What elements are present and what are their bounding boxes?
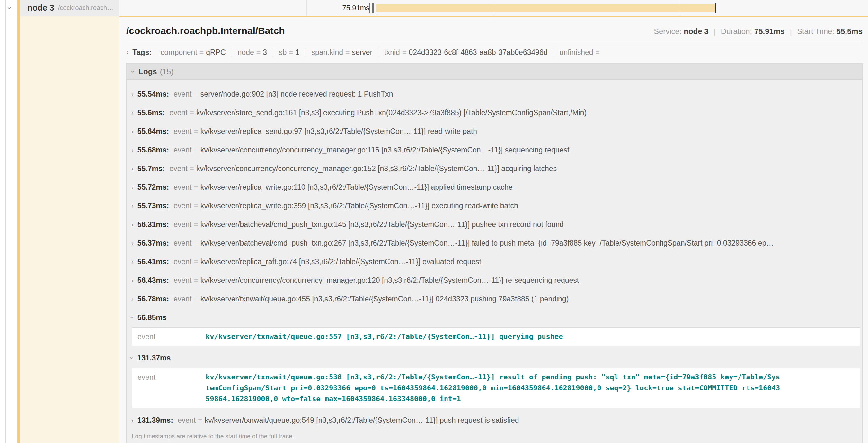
log-timestamp: 56.43ms: xyxy=(137,276,169,285)
log-value: server/node.go:902 [n3] node received re… xyxy=(200,90,393,99)
span-timeline[interactable]: 75.91ms xyxy=(119,0,868,16)
chevron-right-icon: › xyxy=(131,417,134,424)
chevron-right-icon: › xyxy=(131,165,134,172)
log-row-expanded-header[interactable]: › 131.37ms xyxy=(127,349,862,367)
collapse-chevron-icon[interactable]: › xyxy=(6,7,13,9)
log-row[interactable]: › 56.78ms: event = kv/kvserver/txnwait/q… xyxy=(127,289,862,308)
log-value: kv/kvserver/txnwait/queue.go:455 [n3,s3,… xyxy=(200,295,569,303)
log-row[interactable]: › 55.64ms: event = kv/kvserver/replica_s… xyxy=(127,122,862,141)
chevron-right-icon: › xyxy=(131,258,134,265)
log-row[interactable]: › 55.68ms: event = kv/kvserver/concurren… xyxy=(127,141,862,159)
log-event-box: event kv/kvserver/txnwait/queue.go:538 [… xyxy=(132,368,860,408)
tags-label: Tags: xyxy=(132,48,152,57)
equals-sign: = xyxy=(194,127,198,136)
span-service-name: node 3 xyxy=(27,3,54,13)
duration-label: Duration: xyxy=(721,27,752,36)
log-row[interactable]: › 55.54ms: event = server/node.go:902 [n… xyxy=(127,85,862,103)
log-field: event xyxy=(169,108,187,117)
title-divider xyxy=(126,42,863,42)
equals-sign: = xyxy=(194,220,198,229)
chevron-right-icon: › xyxy=(131,295,134,302)
log-field: event xyxy=(174,258,191,266)
logs-footer-note: Log timestamps are relative to the start… xyxy=(127,430,862,443)
log-timestamp: 55.68ms: xyxy=(137,146,169,155)
page-title: /cockroach.roachpb.Internal/Batch xyxy=(126,25,285,37)
log-value: kv/kvserver/replica_write.go:110 [n3,s3,… xyxy=(200,183,513,192)
logs-count: (15) xyxy=(160,67,174,76)
log-row[interactable]: › 56.37ms: event = kv/kvserver/batcheval… xyxy=(127,234,862,252)
log-value: kv/kvserver/concurrency/concurrency_mana… xyxy=(200,146,569,155)
log-row[interactable]: › 56.43ms: event = kv/kvserver/concurren… xyxy=(127,271,862,289)
detail-header: /cockroach.roachpb.Internal/Batch Servic… xyxy=(126,25,863,37)
log-value: kv/kvserver/replica_write.go:359 [n3,s3,… xyxy=(200,202,518,210)
equals-sign: = xyxy=(194,202,198,210)
log-timestamp: 55.6ms: xyxy=(137,108,165,117)
equals-sign: = xyxy=(198,416,202,425)
log-timestamp: 55.7ms: xyxy=(137,164,165,173)
logs-accordion-header[interactable]: › Logs (15) xyxy=(127,64,862,79)
span-meta: Service: node 3|Duration: 75.91ms|Start … xyxy=(654,27,863,36)
chevron-right-icon: › xyxy=(131,239,134,246)
log-row[interactable]: › 55.72ms: event = kv/kvserver/replica_w… xyxy=(127,178,862,197)
tag-item: txnid=024d3323-6c8f-4863-aa8b-37ab0e6349… xyxy=(378,48,554,57)
chevron-right-icon: › xyxy=(131,128,134,135)
span-duration-label: 75.91ms xyxy=(315,4,369,12)
log-field: event xyxy=(132,331,206,342)
log-row[interactable]: › 55.73ms: event = kv/kvserver/replica_w… xyxy=(127,197,862,215)
log-timestamp: 55.72ms: xyxy=(137,183,169,192)
log-row[interactable]: › 131.39ms: event = kv/kvserver/txnwait/… xyxy=(127,411,862,430)
log-field: event xyxy=(174,220,191,229)
log-row[interactable]: › 55.6ms: event = kv/kvserver/store_send… xyxy=(127,103,862,122)
tag-list: component=gRPC node=3 sb=1 span.kind=ser… xyxy=(155,48,608,57)
log-row-expanded-header[interactable]: › 56.85ms xyxy=(127,308,862,327)
duration-value: 75.91ms xyxy=(754,27,785,36)
log-event-box: event kv/kvserver/txnwait/queue.go:557 [… xyxy=(132,328,860,346)
log-timestamp: 56.78ms: xyxy=(137,295,169,303)
service-value: node 3 xyxy=(684,27,708,36)
service-label: Service: xyxy=(654,27,682,36)
chevron-right-icon: › xyxy=(131,202,134,209)
logs-title: Logs xyxy=(138,67,157,76)
equals-sign: = xyxy=(190,164,194,173)
log-row[interactable]: › 56.41ms: event = kv/kvserver/replica_r… xyxy=(127,252,862,271)
log-field: event xyxy=(174,183,191,192)
start-time-value: 55.5ms xyxy=(837,27,863,36)
log-field: event xyxy=(174,239,191,247)
start-time-label: Start Time: xyxy=(797,27,834,36)
log-marker-ticks xyxy=(369,3,376,13)
log-value: kv/kvserver/txnwait/queue.go:549 [n3,s3,… xyxy=(205,416,519,425)
tags-accordion-toggle[interactable]: › Tags: component=gRPC node=3 sb=1 span.… xyxy=(126,45,863,59)
equals-sign: = xyxy=(194,258,198,266)
span-row[interactable]: node 3 /cockroach.roach… xyxy=(20,0,119,16)
chevron-right-icon: › xyxy=(131,183,134,191)
log-value: kv/kvserver/concurrency/concurrency_mana… xyxy=(196,164,557,173)
chevron-down-icon: › xyxy=(129,357,136,359)
meta-divider: | xyxy=(714,27,716,36)
equals-sign: = xyxy=(194,239,198,247)
log-value: kv/kvserver/store_send.go:161 [n3,s3] ex… xyxy=(196,108,587,117)
span-detail-panel: /cockroach.roachpb.Internal/Batch Servic… xyxy=(119,16,868,443)
log-field: event xyxy=(174,295,191,303)
log-value: kv/kvserver/batcheval/cmd_push_txn.go:26… xyxy=(200,239,774,247)
log-timestamp: 56.41ms: xyxy=(137,258,169,266)
log-row[interactable]: › 56.31ms: event = kv/kvserver/batcheval… xyxy=(127,215,862,234)
log-field: event xyxy=(174,127,191,136)
equals-sign: = xyxy=(194,146,198,155)
chevron-right-icon: › xyxy=(131,91,134,98)
log-field: event xyxy=(174,202,191,210)
tag-item: sb=1 xyxy=(273,48,306,57)
equals-sign: = xyxy=(194,183,198,192)
log-field: event xyxy=(132,372,206,383)
log-value: kv/kvserver/concurrency/concurrency_mana… xyxy=(200,276,579,285)
log-value: kv/kvserver/replica_send.go:97 [n3,s3,r6… xyxy=(200,127,477,136)
span-operation-name: /cockroach.roach… xyxy=(58,4,114,11)
log-field: event xyxy=(178,416,196,425)
log-row[interactable]: › 55.7ms: event = kv/kvserver/concurrenc… xyxy=(127,159,862,178)
log-field: event xyxy=(174,146,191,155)
span-bar[interactable] xyxy=(375,4,715,12)
chevron-right-icon: › xyxy=(131,109,134,116)
chevron-down-icon: › xyxy=(129,316,136,319)
log-field: event xyxy=(169,164,187,173)
tag-item: span.kind=server xyxy=(306,48,379,57)
detail-row-tint xyxy=(20,16,119,443)
